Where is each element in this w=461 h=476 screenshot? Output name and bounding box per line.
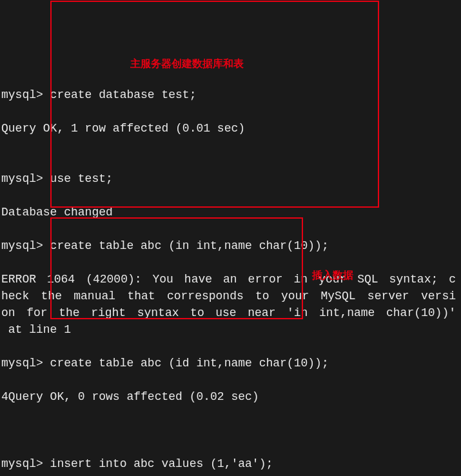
result-create-table: 4Query OK, 0 rows affected (0.02 sec): [1, 388, 460, 405]
blank-line: [1, 422, 460, 439]
cmd-create-db: mysql> create database test;: [1, 86, 460, 103]
error-line-1: ERROR 1064 (42000): You have an error in…: [1, 271, 456, 288]
error-line-3: on for the right syntax to use near 'in …: [1, 304, 456, 321]
result-create-db: Query OK, 1 row affected (0.01 sec): [1, 120, 460, 137]
cmd-use-db: mysql> use test;: [1, 170, 460, 187]
error-line-4: at line 1: [1, 321, 460, 338]
terminal-output: mysql> create database test; Query OK, 1…: [1, 70, 460, 476]
result-use-db: Database changed: [1, 204, 460, 221]
error-line-2: heck the manual that corresponds to your…: [1, 288, 456, 304]
cmd-create-table-ok: mysql> create table abc (id int,name cha…: [1, 355, 460, 372]
cmd-insert-1: mysql> insert into abc values (1,'aa');: [1, 455, 460, 472]
cmd-create-table-err: mysql> create table abc (in int,name cha…: [1, 237, 460, 254]
